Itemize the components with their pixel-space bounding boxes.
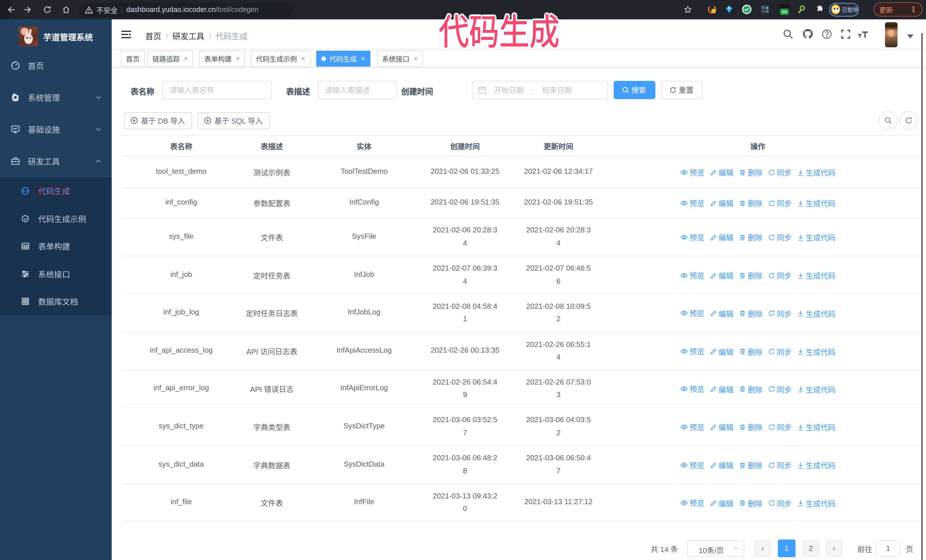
- svg-text:1: 1: [713, 9, 714, 13]
